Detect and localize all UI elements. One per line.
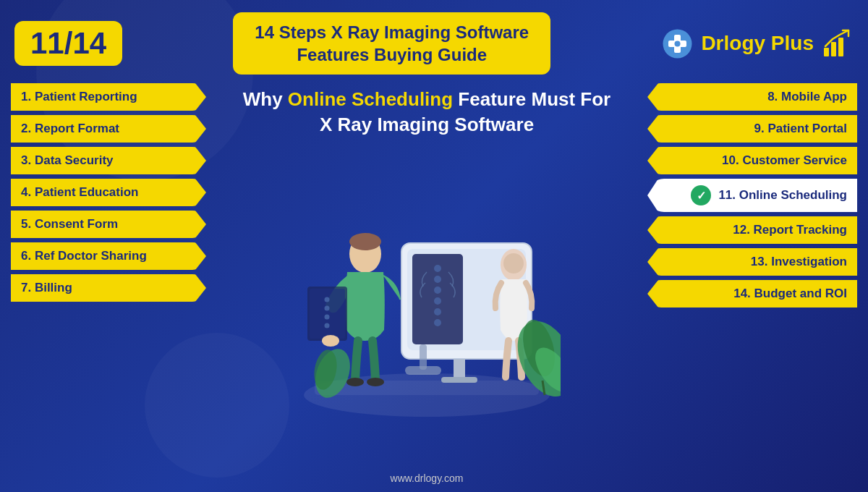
left-item-7[interactable]: 7. Billing <box>11 274 206 302</box>
svg-point-3 <box>675 41 681 46</box>
title-box: 14 Steps X Ray Imaging Software Features… <box>233 12 550 75</box>
right-column: 8. Mobile App 9. Patient Portal 10. Cust… <box>647 83 857 488</box>
left-item-2[interactable]: 2. Report Format <box>11 115 206 143</box>
left-item-3[interactable]: 3. Data Security <box>11 147 206 174</box>
illustration-svg <box>293 185 561 431</box>
left-item-5[interactable]: 5. Consent Form <box>11 211 206 238</box>
svg-point-14 <box>434 265 441 272</box>
subtitle-text: Why Online Scheduling Feature Must For X… <box>243 87 611 137</box>
subtitle-box: Why Online Scheduling Feature Must For X… <box>243 87 611 137</box>
svg-rect-5 <box>831 42 836 56</box>
svg-point-27 <box>325 305 330 310</box>
svg-point-15 <box>434 276 441 283</box>
check-icon <box>691 185 711 205</box>
left-column: 1. Patient Reporting 2. Report Format 3.… <box>11 83 206 488</box>
right-item-2[interactable]: 9. Patient Portal <box>647 115 857 143</box>
svg-point-31 <box>346 378 364 386</box>
counter-badge: 11/14 <box>14 21 122 66</box>
title-text: 14 Steps X Ray Imaging Software Features… <box>255 21 529 66</box>
svg-point-23 <box>349 233 381 250</box>
right-item-7[interactable]: 14. Budget and ROI <box>647 280 857 308</box>
svg-point-21 <box>503 253 524 273</box>
right-item-3[interactable]: 10. Customer Service <box>647 147 857 174</box>
left-item-4[interactable]: 4. Patient Education <box>11 179 206 206</box>
center-column: Why Online Scheduling Feature Must For X… <box>213 83 640 488</box>
left-item-6[interactable]: 6. Ref Doctor Sharing <box>11 242 206 270</box>
right-item-6[interactable]: 13. Investigation <box>647 248 857 276</box>
svg-point-19 <box>434 319 441 326</box>
logo-area: Drlogy Plus <box>661 27 854 60</box>
footer-url: www.drlogy.com <box>391 472 464 488</box>
svg-point-30 <box>322 335 339 347</box>
left-item-1[interactable]: 1. Patient Reporting <box>11 83 206 111</box>
right-item-4-active[interactable]: 11. Online Scheduling <box>647 179 857 212</box>
svg-rect-25 <box>310 289 345 339</box>
svg-point-29 <box>325 323 330 328</box>
drlogy-icon <box>661 27 694 60</box>
svg-point-17 <box>434 297 441 305</box>
svg-point-18 <box>434 308 441 315</box>
svg-rect-34 <box>420 344 427 370</box>
right-item-5[interactable]: 12. Report Tracking <box>647 216 857 244</box>
svg-rect-12 <box>441 377 477 383</box>
illustration-area <box>213 143 640 472</box>
svg-point-16 <box>434 287 441 294</box>
svg-rect-6 <box>838 38 843 56</box>
svg-rect-4 <box>824 48 829 56</box>
counter-text: 11/14 <box>30 28 106 59</box>
chart-icon <box>821 27 854 60</box>
svg-point-32 <box>367 378 384 386</box>
svg-point-26 <box>325 297 330 302</box>
header: 11/14 14 Steps X Ray Imaging Software Fe… <box>0 0 868 83</box>
svg-point-28 <box>325 314 330 319</box>
right-item-1[interactable]: 8. Mobile App <box>647 83 857 111</box>
logo-text: Drlogy Plus <box>701 32 814 55</box>
main-container: 11/14 14 Steps X Ray Imaging Software Fe… <box>0 0 868 492</box>
main-content: 1. Patient Reporting 2. Report Format 3.… <box>0 83 868 492</box>
